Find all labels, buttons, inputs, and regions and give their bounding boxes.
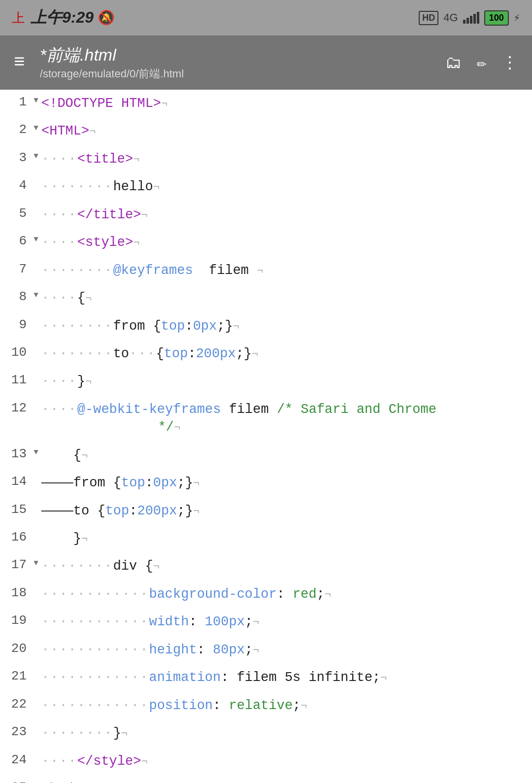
code-line: 8▼····{¬ <box>0 284 532 312</box>
code-line: 12····@-webkit-keyframes filem /* Safari… <box>0 396 532 442</box>
fold-arrow[interactable] <box>31 580 41 587</box>
code-text[interactable]: ········div {¬ <box>41 552 532 580</box>
fold-arrow[interactable] <box>31 608 41 614</box>
signal-bars <box>463 12 479 24</box>
code-text[interactable]: }¬ <box>41 525 532 552</box>
code-text[interactable]: ············animation: filem 5s infinite… <box>41 664 532 691</box>
code-text[interactable]: ····@-webkit-keyframes filem /* Safari a… <box>41 396 532 442</box>
code-line: 23········}¬ <box>0 719 532 747</box>
file-title: *前端.html <box>40 44 435 67</box>
fold-arrow[interactable] <box>31 368 41 374</box>
code-line: 9········from {top:0px;}¬ <box>0 312 532 340</box>
line-number: 6 <box>0 229 31 253</box>
fold-arrow[interactable] <box>31 469 41 476</box>
line-number: 24 <box>0 748 31 772</box>
fold-arrow[interactable]: ▼ <box>31 442 41 457</box>
line-number: 16 <box>0 525 31 549</box>
editor: 1▼<!DOCTYPE HTML>¬2▼<HTML>¬3▼····<title>… <box>0 90 532 783</box>
bar4 <box>473 14 476 24</box>
code-text[interactable]: ········}¬ <box>41 719 532 747</box>
code-line: 10········to···{top:200px;}¬ <box>0 340 532 368</box>
fold-arrow[interactable] <box>31 525 41 531</box>
code-line: 16 }¬ <box>0 525 532 552</box>
code-text[interactable]: ————from {top:0px;}¬ <box>41 469 532 497</box>
mute-icon: 🔕 <box>98 9 115 26</box>
fold-arrow[interactable] <box>31 173 41 179</box>
status-right: HD 4G 100 ⚡ <box>419 10 520 26</box>
fold-arrow[interactable] <box>31 497 41 504</box>
code-text[interactable]: ————to {top:200px;}¬ <box>41 497 532 525</box>
more-icon[interactable]: ⋮ <box>501 52 518 73</box>
line-number: 21 <box>0 664 31 688</box>
battery-level: 100 <box>484 10 509 26</box>
code-line: 13▼ {¬ <box>0 442 532 469</box>
code-line: 21············animation: filem 5s infini… <box>0 664 532 691</box>
code-text[interactable]: <HTML>¬ <box>41 117 532 145</box>
line-number: 5 <box>0 201 31 226</box>
line-number: 12 <box>0 396 31 420</box>
fold-arrow[interactable] <box>31 748 41 754</box>
file-path: /storage/emulated/0/前端.html <box>40 67 435 81</box>
code-line: 24····</style>¬ <box>0 748 532 775</box>
fold-arrow[interactable] <box>31 396 41 402</box>
line-number: 10 <box>0 340 31 365</box>
line-number: 15 <box>0 497 31 522</box>
fold-arrow[interactable]: ▼ <box>31 284 41 300</box>
hd-badge: HD <box>419 11 438 25</box>
code-text[interactable]: ····</title>¬ <box>41 201 532 229</box>
menu-icon[interactable]: ≡ <box>14 53 25 72</box>
fold-arrow[interactable] <box>31 340 41 346</box>
code-text[interactable]: ····<style>¬ <box>41 229 532 256</box>
fold-arrow[interactable] <box>31 636 41 643</box>
alarm-icon: 上 <box>12 9 25 27</box>
code-text[interactable]: ············height: 80px;¬ <box>41 636 532 664</box>
code-line: 4········hello¬ <box>0 173 532 201</box>
code-text[interactable]: ············position: relative;¬ <box>41 692 532 719</box>
line-number: 11 <box>0 368 31 392</box>
code-text[interactable]: ····<title>¬ <box>41 145 532 173</box>
toolbar-actions: 🗂 ✏️ ⋮ <box>445 52 518 73</box>
code-text[interactable]: {¬ <box>41 442 532 469</box>
line-number: 19 <box>0 608 31 633</box>
toolbar: ≡ *前端.html /storage/emulated/0/前端.html 🗂… <box>0 35 532 90</box>
fold-arrow[interactable] <box>31 664 41 670</box>
code-text[interactable]: <!DOCTYPE HTML>¬ <box>41 90 532 117</box>
fold-arrow[interactable]: ▼ <box>31 145 41 161</box>
line-number: 23 <box>0 719 31 744</box>
code-text[interactable]: ········@keyframes filem ¬ <box>41 257 532 284</box>
fold-arrow[interactable] <box>31 201 41 207</box>
code-text[interactable]: ········to···{top:200px;}¬ <box>41 340 532 368</box>
code-text[interactable]: ············background-color: red;¬ <box>41 580 532 608</box>
bar2 <box>466 18 469 24</box>
code-text[interactable]: ····{¬ <box>41 284 532 312</box>
fold-arrow[interactable] <box>31 692 41 698</box>
code-line: 1▼<!DOCTYPE HTML>¬ <box>0 90 532 117</box>
code-line: 22············position: relative;¬ <box>0 692 532 719</box>
code-text[interactable]: ············width: 100px;¬ <box>41 608 532 636</box>
bar1 <box>463 20 466 24</box>
code-text[interactable]: ····</style>¬ <box>41 748 532 775</box>
code-text[interactable]: ········from {top:0px;}¬ <box>41 312 532 340</box>
code-text[interactable]: ········hello¬ <box>41 173 532 201</box>
folder-icon[interactable]: 🗂 <box>445 53 462 73</box>
fold-arrow[interactable]: ▼ <box>31 90 41 105</box>
fold-arrow[interactable] <box>31 257 41 263</box>
code-line: 11····}¬ <box>0 368 532 395</box>
fold-arrow[interactable]: ▼ <box>31 775 41 783</box>
line-number: 17 <box>0 552 31 577</box>
line-number: 9 <box>0 312 31 337</box>
line-number: 22 <box>0 692 31 716</box>
line-number: 20 <box>0 636 31 661</box>
code-line: 5····</title>¬ <box>0 201 532 229</box>
fold-arrow[interactable] <box>31 719 41 726</box>
code-line: 15————to {top:200px;}¬ <box>0 497 532 525</box>
code-line: 18············background-color: red;¬ <box>0 580 532 608</box>
code-text[interactable]: ····}¬ <box>41 368 532 395</box>
fold-arrow[interactable] <box>31 312 41 319</box>
fold-arrow[interactable]: ▼ <box>31 552 41 568</box>
code-line: 6▼····<style>¬ <box>0 229 532 256</box>
fold-arrow[interactable]: ▼ <box>31 229 41 244</box>
edit-icon[interactable]: ✏️ <box>477 52 487 73</box>
fold-arrow[interactable]: ▼ <box>31 117 41 133</box>
code-text[interactable]: <body>¬ <box>41 775 532 783</box>
